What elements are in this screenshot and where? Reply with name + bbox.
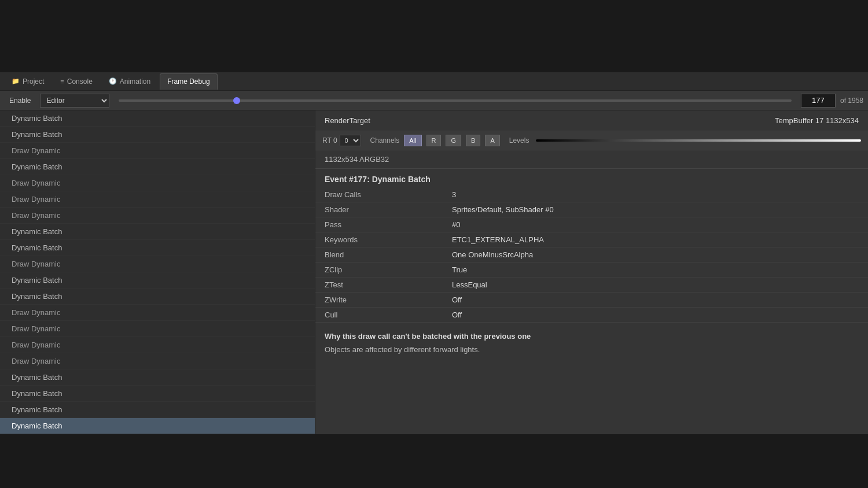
frame-input[interactable] [801,94,836,108]
resolution-text: 1132x534 ARGB32 [325,155,389,164]
event-list-item[interactable]: Draw Dynamic [0,175,315,191]
tab-framedebug[interactable]: Frame Debug [160,73,217,90]
detail-value: One OneMinusSrcAlpha [452,250,533,259]
bottom-bar [0,434,868,456]
enable-label: Enable [5,95,35,106]
render-target-bar: RenderTarget TempBuffer 17 1132x534 [315,110,868,131]
detail-row: Draw Calls3 [315,187,868,202]
channels-label: Channels [370,136,400,145]
frame-total: of 1958 [840,97,863,105]
event-list-item[interactable]: Draw Dynamic [0,305,315,321]
event-list-item[interactable]: Draw Dynamic [0,143,315,159]
content-area: Dynamic BatchDynamic BatchDraw DynamicDy… [0,110,868,434]
tab-console[interactable]: ≡ Console [53,73,99,90]
event-list-item[interactable]: Draw Dynamic [0,353,315,369]
rt-dropdown[interactable]: 0 [340,135,361,146]
levels-label: Levels [509,136,529,145]
tab-project[interactable]: 📁 Project [5,73,51,90]
detail-key: Draw Calls [325,190,452,199]
event-list-item[interactable]: Dynamic Batch [0,402,315,418]
event-list-item[interactable]: Draw Dynamic [0,256,315,272]
event-list-item[interactable]: Dynamic Batch [0,159,315,175]
detail-value: Off [452,295,462,304]
detail-row: ZWriteOff [315,293,868,308]
editor-dropdown[interactable]: Editor [40,94,109,108]
render-target-value: TempBuffer 17 1132x534 [775,116,859,125]
event-list-item[interactable]: Draw Dynamic [0,321,315,337]
detail-key: Cull [325,310,452,319]
event-list[interactable]: Dynamic BatchDynamic BatchDraw DynamicDy… [0,110,315,434]
channel-g-button[interactable]: G [446,135,461,146]
detail-row: KeywordsETC1_EXTERNAL_ALPHA [315,232,868,247]
detail-key: Blend [325,250,452,259]
detail-panel: RenderTarget TempBuffer 17 1132x534 RT 0… [315,110,868,434]
event-list-item[interactable]: Dynamic Batch [0,272,315,289]
event-list-item[interactable]: Dynamic Batch [0,224,315,240]
tab-project-label: Project [23,77,44,86]
channel-r-button[interactable]: R [426,135,442,146]
batch-reason-desc: Objects are affected by different forwar… [325,345,859,354]
clock-icon: 🕐 [109,77,117,85]
console-icon: ≡ [60,78,64,85]
event-list-item[interactable]: Dynamic Batch [0,240,315,256]
event-list-item[interactable]: Draw Dynamic [0,191,315,208]
rt-select: RT 0 0 [322,135,361,146]
detail-value: #0 [452,220,460,229]
batch-reason-title: Why this draw call can't be batched with… [325,332,859,341]
channel-bar: RT 0 0 Channels All R G B A Levels [315,131,868,150]
event-list-item[interactable]: Dynamic Batch [0,418,315,434]
levels-slider[interactable] [536,139,861,142]
detail-key: ZTest [325,280,452,289]
tab-animation-label: Animation [120,77,150,86]
detail-row: Pass#0 [315,217,868,232]
toolbar: Enable Editor of 1958 [0,91,868,110]
detail-row: ShaderSprites/Default, SubShader #0 [315,202,868,217]
batch-section: Why this draw call can't be batched with… [315,323,868,358]
event-title: Event #177: Dynamic Batch [315,169,868,187]
detail-key: ZWrite [325,295,452,304]
event-list-item[interactable]: Draw Dynamic [0,337,315,353]
frame-slider-track[interactable] [119,99,792,102]
detail-key: ZClip [325,265,452,274]
event-list-item[interactable]: Draw Dynamic [0,208,315,224]
rt-label: RT 0 [322,136,337,145]
detail-key: Shader [325,205,452,214]
top-bar [0,0,868,72]
properties-list: Draw Calls3ShaderSprites/Default, SubSha… [315,187,868,323]
detail-key: Keywords [325,235,452,244]
event-list-item[interactable]: Dynamic Batch [0,386,315,402]
resolution-bar: 1132x534 ARGB32 [315,150,868,169]
detail-key: Pass [325,220,452,229]
detail-value: Off [452,310,462,319]
event-list-item[interactable]: Dynamic Batch [0,110,315,127]
detail-row: BlendOne OneMinusSrcAlpha [315,247,868,263]
event-list-item[interactable]: Dynamic Batch [0,127,315,143]
channel-b-button[interactable]: B [466,135,480,146]
tab-console-label: Console [67,77,93,86]
folder-icon: 📁 [12,77,20,85]
detail-row: ZClipTrue [315,263,868,278]
frame-slider-thumb[interactable] [233,97,240,104]
detail-value: LessEqual [452,280,487,289]
detail-value: 3 [452,190,456,199]
tab-framedebug-label: Frame Debug [167,77,209,86]
detail-row: CullOff [315,308,868,323]
detail-value: ETC1_EXTERNAL_ALPHA [452,235,544,244]
channel-all-button[interactable]: All [404,135,421,146]
detail-row: ZTestLessEqual [315,278,868,293]
frame-slider-container [114,99,796,102]
event-list-item[interactable]: Dynamic Batch [0,289,315,305]
channel-a-button[interactable]: A [485,135,499,146]
detail-value: Sprites/Default, SubShader #0 [452,205,554,214]
detail-value: True [452,265,467,274]
render-target-label: RenderTarget [325,116,370,125]
event-list-item[interactable]: Dynamic Batch [0,369,315,386]
tab-animation[interactable]: 🕐 Animation [102,73,157,90]
tab-bar: 📁 Project ≡ Console 🕐 Animation Frame De… [0,72,868,91]
